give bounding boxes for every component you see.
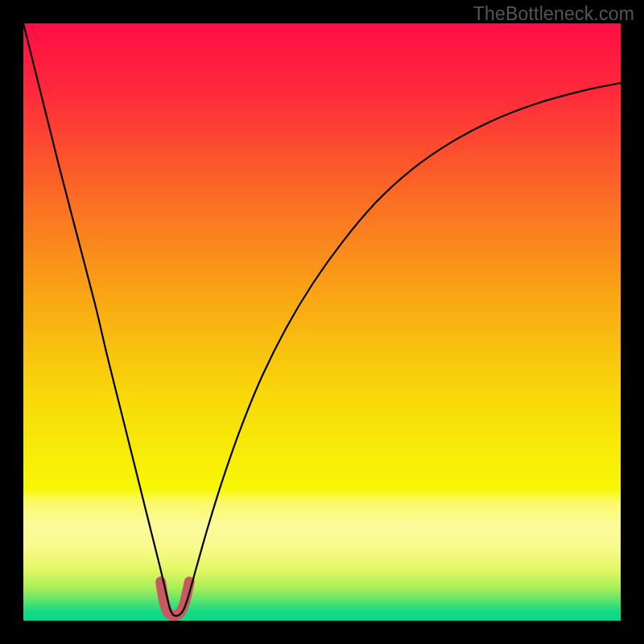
attribution-label: TheBottleneck.com	[473, 3, 634, 25]
chart-curves	[23, 23, 621, 621]
plot-area	[23, 23, 621, 621]
bottleneck-curve-path	[23, 23, 621, 616]
chart-frame: TheBottleneck.com	[0, 0, 644, 644]
